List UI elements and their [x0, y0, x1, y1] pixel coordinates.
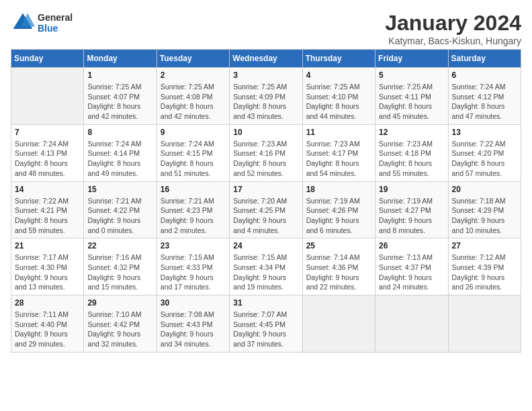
day-detail: Sunrise: 7:24 AMSunset: 4:14 PMDaylight:…	[87, 139, 152, 179]
day-detail: Sunrise: 7:24 AMSunset: 4:15 PMDaylight:…	[161, 139, 226, 179]
calendar-week-5: 28Sunrise: 7:11 AMSunset: 4:40 PMDayligh…	[11, 295, 521, 353]
day-number: 7	[15, 128, 80, 137]
day-number: 20	[452, 185, 517, 194]
day-number: 31	[233, 298, 298, 308]
weekday-header-monday: Monday	[84, 50, 157, 68]
day-detail: Sunrise: 7:24 AMSunset: 4:12 PMDaylight:…	[452, 82, 517, 122]
day-number: 29	[87, 298, 152, 308]
calendar-cell: 30Sunrise: 7:08 AMSunset: 4:43 PMDayligh…	[157, 295, 229, 353]
day-detail: Sunrise: 7:25 AMSunset: 4:11 PMDaylight:…	[379, 82, 444, 122]
calendar-cell: 6Sunrise: 7:24 AMSunset: 4:12 PMDaylight…	[448, 68, 521, 125]
calendar-cell	[375, 295, 448, 353]
day-detail: Sunrise: 7:13 AMSunset: 4:37 PMDaylight:…	[379, 253, 444, 292]
day-detail: Sunrise: 7:19 AMSunset: 4:26 PMDaylight:…	[306, 196, 371, 236]
day-number: 8	[87, 128, 152, 137]
calendar-cell: 28Sunrise: 7:11 AMSunset: 4:40 PMDayligh…	[11, 295, 84, 353]
day-detail: Sunrise: 7:23 AMSunset: 4:18 PMDaylight:…	[379, 139, 444, 179]
page-header: General Blue January 2024 Katymar, Bacs-…	[11, 11, 521, 46]
day-detail: Sunrise: 7:16 AMSunset: 4:32 PMDaylight:…	[87, 253, 152, 292]
logo: General Blue	[11, 11, 73, 35]
calendar-week-3: 14Sunrise: 7:22 AMSunset: 4:21 PMDayligh…	[11, 181, 521, 238]
day-number: 25	[306, 241, 371, 250]
calendar-cell: 1Sunrise: 7:25 AMSunset: 4:07 PMDaylight…	[84, 68, 157, 125]
calendar-cell: 18Sunrise: 7:19 AMSunset: 4:26 PMDayligh…	[302, 181, 375, 238]
weekday-header-thursday: Thursday	[302, 50, 375, 68]
calendar-cell: 7Sunrise: 7:24 AMSunset: 4:13 PMDaylight…	[11, 124, 84, 181]
calendar-cell	[448, 295, 521, 353]
day-detail: Sunrise: 7:23 AMSunset: 4:16 PMDaylight:…	[233, 139, 298, 179]
calendar-body: 1Sunrise: 7:25 AMSunset: 4:07 PMDaylight…	[11, 68, 521, 353]
calendar-cell: 13Sunrise: 7:22 AMSunset: 4:20 PMDayligh…	[448, 124, 521, 181]
calendar-cell: 3Sunrise: 7:25 AMSunset: 4:09 PMDaylight…	[230, 68, 302, 125]
day-number: 16	[161, 185, 226, 194]
calendar-cell: 15Sunrise: 7:21 AMSunset: 4:22 PMDayligh…	[84, 181, 157, 238]
day-number: 26	[379, 241, 444, 250]
calendar-cell: 25Sunrise: 7:14 AMSunset: 4:36 PMDayligh…	[302, 238, 375, 295]
calendar-table: SundayMondayTuesdayWednesdayThursdayFrid…	[11, 49, 521, 353]
calendar-cell: 10Sunrise: 7:23 AMSunset: 4:16 PMDayligh…	[230, 124, 302, 181]
calendar-week-1: 1Sunrise: 7:25 AMSunset: 4:07 PMDaylight…	[11, 68, 521, 125]
day-detail: Sunrise: 7:15 AMSunset: 4:33 PMDaylight:…	[161, 253, 226, 292]
day-number: 24	[233, 241, 298, 250]
subtitle: Katymar, Bacs-Kiskun, Hungary	[385, 36, 521, 46]
day-number: 11	[306, 128, 371, 137]
day-number: 22	[87, 241, 152, 250]
calendar-cell: 8Sunrise: 7:24 AMSunset: 4:14 PMDaylight…	[84, 124, 157, 181]
day-number: 28	[15, 298, 80, 308]
day-detail: Sunrise: 7:21 AMSunset: 4:23 PMDaylight:…	[161, 196, 226, 236]
day-detail: Sunrise: 7:22 AMSunset: 4:20 PMDaylight:…	[452, 139, 517, 179]
weekday-header-sunday: Sunday	[11, 50, 84, 68]
calendar-cell: 21Sunrise: 7:17 AMSunset: 4:30 PMDayligh…	[11, 238, 84, 295]
day-detail: Sunrise: 7:15 AMSunset: 4:34 PMDaylight:…	[233, 253, 298, 292]
calendar-cell	[11, 68, 84, 125]
weekday-row: SundayMondayTuesdayWednesdayThursdayFrid…	[11, 50, 521, 68]
weekday-header-wednesday: Wednesday	[230, 50, 302, 68]
calendar-cell: 20Sunrise: 7:18 AMSunset: 4:29 PMDayligh…	[448, 181, 521, 238]
day-detail: Sunrise: 7:20 AMSunset: 4:25 PMDaylight:…	[233, 196, 298, 236]
calendar-cell: 26Sunrise: 7:13 AMSunset: 4:37 PMDayligh…	[375, 238, 448, 295]
calendar-cell: 29Sunrise: 7:10 AMSunset: 4:42 PMDayligh…	[84, 295, 157, 353]
calendar-week-4: 21Sunrise: 7:17 AMSunset: 4:30 PMDayligh…	[11, 238, 521, 295]
calendar-week-2: 7Sunrise: 7:24 AMSunset: 4:13 PMDaylight…	[11, 124, 521, 181]
day-number: 1	[87, 71, 152, 80]
day-detail: Sunrise: 7:25 AMSunset: 4:07 PMDaylight:…	[87, 82, 152, 122]
weekday-header-tuesday: Tuesday	[157, 50, 229, 68]
day-number: 14	[15, 185, 80, 194]
day-number: 21	[15, 241, 80, 250]
calendar-cell: 4Sunrise: 7:25 AMSunset: 4:10 PMDaylight…	[302, 68, 375, 125]
day-number: 3	[233, 71, 298, 80]
day-detail: Sunrise: 7:10 AMSunset: 4:42 PMDaylight:…	[87, 310, 152, 349]
calendar-cell: 16Sunrise: 7:21 AMSunset: 4:23 PMDayligh…	[157, 181, 229, 238]
calendar-cell	[302, 295, 375, 353]
day-detail: Sunrise: 7:25 AMSunset: 4:09 PMDaylight:…	[233, 82, 298, 122]
weekday-header-friday: Friday	[375, 50, 448, 68]
day-detail: Sunrise: 7:22 AMSunset: 4:21 PMDaylight:…	[15, 196, 80, 236]
title-block: January 2024 Katymar, Bacs-Kiskun, Hunga…	[385, 11, 521, 46]
day-detail: Sunrise: 7:18 AMSunset: 4:29 PMDaylight:…	[452, 196, 517, 236]
day-number: 23	[161, 241, 226, 250]
logo-icon	[11, 11, 35, 35]
day-detail: Sunrise: 7:24 AMSunset: 4:13 PMDaylight:…	[15, 139, 80, 179]
day-detail: Sunrise: 7:08 AMSunset: 4:43 PMDaylight:…	[161, 310, 226, 349]
day-number: 27	[452, 241, 517, 250]
calendar-cell: 23Sunrise: 7:15 AMSunset: 4:33 PMDayligh…	[157, 238, 229, 295]
day-detail: Sunrise: 7:11 AMSunset: 4:40 PMDaylight:…	[15, 310, 80, 349]
day-number: 18	[306, 185, 371, 194]
day-detail: Sunrise: 7:07 AMSunset: 4:45 PMDaylight:…	[233, 310, 298, 349]
day-number: 9	[161, 128, 226, 137]
calendar-cell: 31Sunrise: 7:07 AMSunset: 4:45 PMDayligh…	[230, 295, 302, 353]
day-number: 2	[161, 71, 226, 80]
calendar-cell: 27Sunrise: 7:12 AMSunset: 4:39 PMDayligh…	[448, 238, 521, 295]
calendar-cell: 14Sunrise: 7:22 AMSunset: 4:21 PMDayligh…	[11, 181, 84, 238]
calendar-cell: 17Sunrise: 7:20 AMSunset: 4:25 PMDayligh…	[230, 181, 302, 238]
calendar-cell: 11Sunrise: 7:23 AMSunset: 4:17 PMDayligh…	[302, 124, 375, 181]
day-number: 15	[87, 185, 152, 194]
day-detail: Sunrise: 7:14 AMSunset: 4:36 PMDaylight:…	[306, 253, 371, 292]
calendar-cell: 12Sunrise: 7:23 AMSunset: 4:18 PMDayligh…	[375, 124, 448, 181]
day-number: 19	[379, 185, 444, 194]
day-number: 6	[452, 71, 517, 80]
day-number: 12	[379, 128, 444, 137]
day-number: 5	[379, 71, 444, 80]
day-detail: Sunrise: 7:25 AMSunset: 4:08 PMDaylight:…	[161, 82, 226, 122]
day-detail: Sunrise: 7:17 AMSunset: 4:30 PMDaylight:…	[15, 253, 80, 292]
